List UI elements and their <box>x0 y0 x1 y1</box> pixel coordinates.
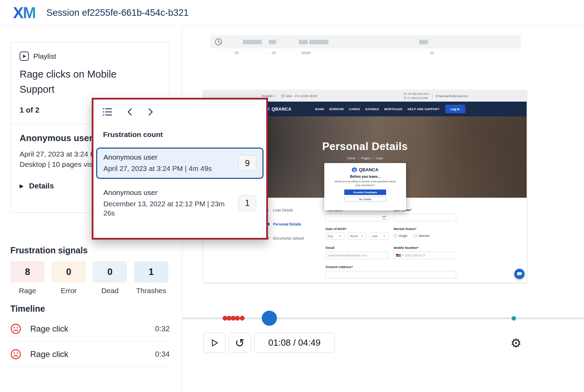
playlist-label: Playlist <box>33 52 56 60</box>
play-button[interactable] <box>203 333 225 353</box>
stat-thrashes[interactable]: 1 Thrashes <box>134 261 168 295</box>
frustration-signals-heading: Frustration signals <box>10 245 88 255</box>
site-exit-modal: Q QBANCA Before you leave... Would you b… <box>324 163 406 210</box>
last-name-input <box>394 214 456 221</box>
dob-year-select: Year▾ <box>370 233 389 240</box>
phone-icon: ✆ <box>404 92 406 95</box>
us-flag-icon <box>396 254 401 257</box>
site-phones: ✆ +44 330 054 3073 ✆ +1 445-213-5268 <box>404 92 429 100</box>
site-steps: 1 Loan Details Personal Details 3 Docume… <box>267 208 304 250</box>
stat-rage-value: 8 <box>10 261 45 283</box>
breadcrumb-sep: › <box>372 156 374 160</box>
browser-chrome-bar <box>210 35 521 48</box>
session-replay-app: XM Session ef2255fe-661b-454c-b321 Playl… <box>0 0 584 392</box>
mobile-input: ▾ (201) 555-0123 <box>394 252 456 259</box>
list-icon[interactable] <box>102 107 113 116</box>
event-marker-teal[interactable] <box>512 316 516 321</box>
site-contact-group: ✆ +44 330 054 3073 ✆ +1 445-213-5268 ✉ b… <box>404 92 468 100</box>
email-input: examplename@example.com <box>326 252 388 259</box>
dob-day-value: Day <box>328 234 333 238</box>
event-time: 0:34 <box>155 350 170 359</box>
rage-face-icon <box>10 349 21 360</box>
session-item-text: Anonymous user April 27, 2023 at 3:24 PM… <box>103 153 234 173</box>
site-phone-1: +44 330 054 3073 <box>407 92 429 95</box>
mobile-label: Mobile Number* <box>394 246 456 250</box>
session-item-text: Anonymous user December 13, 2022 at 12:1… <box>103 188 234 218</box>
caret-right-icon: ▶ <box>20 183 24 189</box>
address-label: Present Address* <box>326 265 456 269</box>
step-loan-details: 1 Loan Details <box>267 208 304 212</box>
field-mobile: Mobile Number* ▾ (201) 555-0123 <box>394 246 456 259</box>
radio-married: Married <box>414 234 429 238</box>
xm-logo[interactable]: XM <box>13 3 35 22</box>
stat-dead[interactable]: 0 Dead <box>93 261 127 295</box>
rage-click-marker[interactable] <box>235 316 240 321</box>
step-documents-upload: 3 Documents Upload <box>267 236 304 240</box>
site-brand-name: QBANCA <box>272 107 292 112</box>
session-list-item[interactable]: Anonymous user December 13, 2022 at 12:1… <box>96 183 263 223</box>
timeline-event-row[interactable]: Rage click 0:32 <box>10 316 170 342</box>
redacted-text-blob <box>235 51 239 54</box>
settings-button[interactable]: ⚙ <box>508 335 524 351</box>
site-phone-2: +1 445-213-5268 <box>407 96 428 100</box>
breadcrumb-sep: › <box>358 156 359 160</box>
mobile-placeholder: (201) 555-0123 <box>405 254 425 257</box>
site-hours: Mon - Fri 10:00-18:00 <box>281 94 317 98</box>
site-language-label: English <box>262 94 273 98</box>
exit-modal-body: Would you be willing to answer a few que… <box>332 180 398 187</box>
dob-month-select: Month▾ <box>348 233 367 240</box>
session-item-meta: December 13, 2022 at 12:12 PM | 23m 26s <box>103 199 234 218</box>
stat-rage[interactable]: 8 Rage <box>10 261 45 295</box>
redacted-text-blob <box>243 40 262 44</box>
no-thanks-button: No Thanks <box>344 197 386 201</box>
frustration-count-badge: 9 <box>238 155 256 171</box>
email-label: Email <box>326 246 388 250</box>
stat-rage-label: Rage <box>19 287 36 295</box>
frustration-stats: 8 Rage 0 Error 0 Dead 1 Thrashes <box>10 261 168 295</box>
redacted-text-blob <box>419 40 428 44</box>
session-item-meta: April 27, 2023 at 3:24 PM | 4m 49s <box>103 164 234 173</box>
timeline-event-row[interactable]: Rage click 0:34 <box>10 342 170 367</box>
site-login-button: Log In <box>445 105 465 113</box>
chevron-down-icon: ▾ <box>339 235 341 238</box>
radio-icon <box>414 234 417 238</box>
stat-error[interactable]: 0 Error <box>52 261 86 295</box>
stat-dead-value: 0 <box>93 261 127 283</box>
session-list-item-selected[interactable]: Anonymous user April 27, 2023 at 3:24 PM… <box>96 148 263 179</box>
field-email: Email examplename@example.com <box>326 246 388 259</box>
site-nav-help: HELP AND SUPPORT <box>408 107 440 111</box>
site-nav-borrow: BORROW <box>329 107 344 111</box>
rage-click-marker[interactable] <box>240 316 245 321</box>
chevron-left-icon[interactable] <box>126 107 133 117</box>
site-nav-savings: SAVINGS <box>365 107 379 111</box>
phone-icon: ✆ <box>404 96 406 100</box>
chevron-down-icon: ▾ <box>361 235 363 238</box>
playhead-handle[interactable] <box>262 311 277 326</box>
session-item-user: Anonymous user <box>103 188 234 197</box>
session-item-user: Anonymous user <box>103 153 234 161</box>
stat-error-label: Error <box>61 287 77 295</box>
step-label: Personal Details <box>273 222 301 226</box>
event-label: Rage click <box>30 349 68 359</box>
chevron-down-icon: ▾ <box>383 235 385 238</box>
replay-button[interactable]: ↺ <box>229 333 251 353</box>
timeline-heading: Timeline <box>10 304 45 314</box>
page-title: Session ef2255fe-661b-454c-b321 <box>46 8 189 18</box>
exit-modal-brand: Q QBANCA <box>324 167 406 172</box>
stat-thrashes-value: 1 <box>134 261 168 283</box>
qbanca-logo-icon: Q <box>352 167 357 172</box>
playback-time-display: 01:08 / 04:49 <box>254 333 335 353</box>
app-header: XM Session ef2255fe-661b-454c-b321 <box>0 0 584 26</box>
stat-dead-label: Dead <box>101 287 119 295</box>
step-personal-details: Personal Details <box>267 222 304 226</box>
frustration-count-badge: 1 <box>238 195 256 211</box>
email-placeholder: examplename@example.com <box>328 254 367 257</box>
playlist-title: Rage clicks on Mobile Support <box>20 67 138 97</box>
replay-icon: ↺ <box>235 336 245 350</box>
redacted-text-blob <box>299 40 308 44</box>
chevron-right-icon[interactable] <box>147 107 154 117</box>
redacted-text-blob <box>272 51 276 54</box>
dob-day-select: Day▾ <box>326 233 345 240</box>
gear-icon: ⚙ <box>510 336 521 350</box>
step-label: Loan Details <box>273 208 293 212</box>
